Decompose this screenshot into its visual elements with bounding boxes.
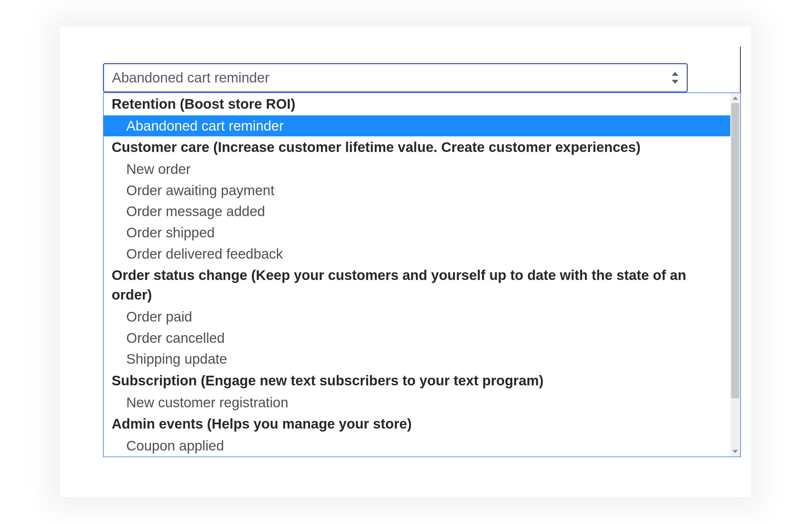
chevron-up-icon — [732, 96, 738, 100]
panel-top-spacer — [103, 47, 741, 63]
event-select[interactable]: Abandoned cart reminder — [103, 63, 688, 93]
scroll-track[interactable] — [730, 103, 740, 446]
dropdown-option[interactable]: Coupon applied — [104, 435, 730, 457]
option-group-header: Customer care (Increase customer lifetim… — [104, 136, 730, 159]
option-group-header: Retention (Boost store ROI) — [104, 93, 730, 115]
chevron-down-icon — [732, 450, 738, 453]
dropdown-option[interactable]: Order message added — [104, 201, 730, 222]
dropdown-option[interactable]: Order cancelled — [104, 327, 730, 349]
dropdown-option[interactable]: Order delivered feedback — [104, 243, 730, 265]
scroll-up-button[interactable] — [730, 93, 740, 103]
dropdown-options-list: Retention (Boost store ROI)Abandoned car… — [104, 93, 730, 457]
dropdown-option[interactable]: New customer registration — [104, 392, 730, 413]
event-select-value: Abandoned cart reminder — [112, 70, 269, 86]
dropdown-option[interactable]: Abandoned cart reminder — [104, 115, 730, 137]
event-select-dropdown[interactable]: Retention (Boost store ROI)Abandoned car… — [103, 93, 741, 457]
dropdown-option[interactable]: Shipping update — [104, 348, 730, 370]
dropdown-option[interactable]: New order — [104, 159, 730, 180]
dropdown-option[interactable]: Order awaiting payment — [104, 180, 730, 201]
option-group-header: Subscription (Engage new text subscriber… — [104, 370, 730, 392]
form-panel: Abandoned cart reminder Retention (Boost… — [103, 47, 741, 457]
option-group-header: Admin events (Helps you manage your stor… — [104, 413, 730, 435]
panel-right-rule — [688, 63, 741, 93]
select-row: Abandoned cart reminder — [103, 63, 741, 93]
dropdown-scrollbar[interactable] — [730, 93, 740, 457]
card-container: Abandoned cart reminder Retention (Boost… — [60, 27, 751, 497]
dropdown-option[interactable]: Order shipped — [104, 222, 730, 243]
scroll-thumb[interactable] — [731, 103, 739, 398]
dropdown-option[interactable]: Order paid — [104, 306, 730, 327]
select-spinner-icon — [672, 72, 679, 84]
scroll-down-button[interactable] — [730, 446, 740, 457]
option-group-header: Order status change (Keep your customers… — [104, 264, 730, 306]
